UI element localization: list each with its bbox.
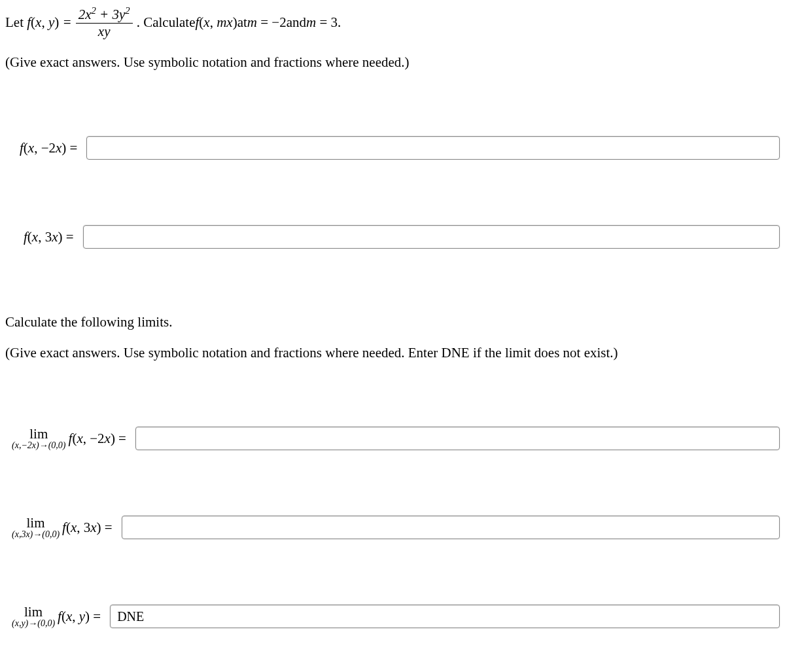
calc-func: f(x, mx) bbox=[195, 14, 237, 31]
lim-func-1: f(x, −2x) = bbox=[69, 431, 126, 447]
instruction-2: (Give exact answers. Use symbolic notati… bbox=[5, 345, 780, 361]
answer-input-5[interactable] bbox=[110, 605, 780, 628]
limit-row-2: lim (x,3x)→(0,0) f(x, 3x) = bbox=[5, 516, 780, 539]
section2-heading: Calculate the following limits. bbox=[5, 314, 780, 330]
answer-input-3[interactable] bbox=[135, 427, 780, 450]
lim-text-3: lim bbox=[24, 605, 43, 619]
lim-sub-1: (x,−2x)→(0,0) bbox=[12, 441, 66, 450]
limit-row-3: lim (x,y)→(0,0) f(x, y) = bbox=[5, 605, 780, 628]
and-text: and bbox=[287, 14, 306, 31]
denominator: xy bbox=[96, 24, 113, 40]
answer-input-2[interactable] bbox=[83, 225, 780, 249]
limit-label-3: lim (x,y)→(0,0) f(x, y) = bbox=[5, 605, 110, 628]
lim-text-1: lim bbox=[29, 427, 48, 441]
func-def: f(x, y) = bbox=[24, 14, 72, 31]
lim-sub-3: (x,y)→(0,0) bbox=[12, 619, 55, 628]
numerator: 2x2 + 3y2 bbox=[76, 5, 133, 24]
lim-sub-2: (x,3x)→(0,0) bbox=[12, 530, 60, 539]
limit-label-1: lim (x,−2x)→(0,0) f(x, −2x) = bbox=[5, 427, 135, 450]
fraction-definition: 2x2 + 3y2 xy bbox=[76, 5, 133, 40]
answer-label-2: f(x, 3x) = bbox=[5, 229, 83, 245]
calc-text: . Calculate bbox=[137, 14, 196, 31]
m-neg2: m = −2 bbox=[247, 14, 287, 31]
answer-input-1[interactable] bbox=[86, 136, 780, 160]
lim-func-3: f(x, y) = bbox=[58, 609, 101, 625]
answer-input-4[interactable] bbox=[122, 516, 780, 539]
answer-label-1: f(x, −2x) = bbox=[5, 140, 86, 156]
lim-func-2: f(x, 3x) = bbox=[62, 520, 113, 536]
answer-row-2: f(x, 3x) = bbox=[5, 225, 780, 249]
m-3: m = 3. bbox=[306, 14, 341, 31]
limit-row-1: lim (x,−2x)→(0,0) f(x, −2x) = bbox=[5, 427, 780, 450]
instruction-1: (Give exact answers. Use symbolic notati… bbox=[5, 54, 780, 71]
problem-statement-line1: Let f(x, y) = 2x2 + 3y2 xy . Calculate f… bbox=[5, 5, 780, 40]
calc-suffix: at bbox=[237, 14, 247, 31]
answer-row-1: f(x, −2x) = bbox=[5, 136, 780, 160]
let-text: Let bbox=[5, 14, 24, 31]
limit-label-2: lim (x,3x)→(0,0) f(x, 3x) = bbox=[5, 516, 122, 539]
lim-text-2: lim bbox=[27, 516, 45, 530]
